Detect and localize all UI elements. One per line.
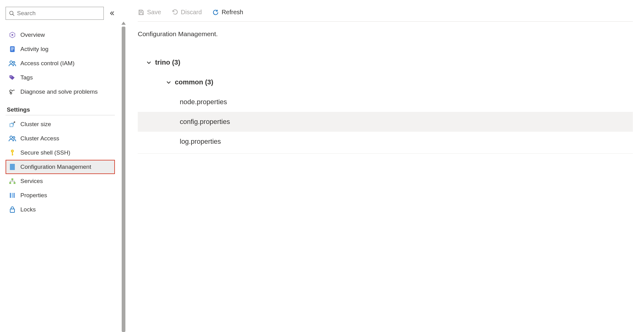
toolbar-label: Refresh [221, 9, 243, 16]
sidebar-item-properties[interactable]: Properties [6, 188, 115, 202]
sidebar-item-configuration-management[interactable]: Configuration Management [6, 160, 115, 174]
sidebar-item-diagnose[interactable]: Diagnose and solve problems [6, 85, 115, 99]
chevron-down-icon [162, 79, 175, 85]
svg-rect-5 [11, 48, 14, 48]
sidebar-scrollbar[interactable] [120, 0, 127, 332]
chevron-down-icon [143, 60, 155, 65]
sidebar-item-access-control[interactable]: Access control (IAM) [6, 56, 115, 70]
svg-rect-21 [9, 182, 11, 184]
svg-line-1 [13, 14, 14, 16]
divider [138, 153, 633, 154]
tree-file-log-properties[interactable]: log.properties [138, 132, 633, 151]
svg-point-3 [11, 34, 13, 36]
svg-point-14 [13, 137, 15, 138]
toolbar-label: Save [147, 9, 161, 16]
sidebar-item-label: Tags [20, 74, 33, 81]
collapse-sidebar-button[interactable] [109, 11, 115, 16]
sidebar-item-activity-log[interactable]: Activity log [6, 42, 115, 56]
main-content: Save Discard Refresh Configuration Manag… [127, 0, 644, 332]
sidebar-item-label: Properties [20, 192, 47, 199]
svg-point-10 [11, 76, 11, 77]
configuration-icon [9, 164, 16, 170]
svg-rect-6 [11, 49, 14, 49]
tree-file-node-properties[interactable]: node.properties [138, 92, 633, 112]
tree-node-label: common (3) [175, 78, 213, 86]
lock-icon [9, 206, 16, 213]
svg-point-11 [10, 92, 12, 94]
sidebar-section-settings: Settings [7, 106, 115, 113]
cluster-access-icon [9, 135, 16, 142]
ssh-key-icon [9, 149, 16, 156]
properties-icon [9, 192, 16, 198]
sidebar: Overview Activity log Access control (IA… [0, 0, 120, 332]
overview-icon [9, 32, 16, 38]
scrollbar-thumb[interactable] [122, 27, 125, 332]
svg-rect-19 [10, 164, 15, 170]
sidebar-item-label: Diagnose and solve problems [20, 88, 98, 95]
sidebar-item-label: Locks [20, 206, 36, 213]
tree-file-label: config.properties [180, 118, 230, 126]
save-button[interactable]: Save [138, 9, 161, 16]
refresh-button[interactable]: Refresh [212, 9, 243, 16]
sidebar-item-label: Access control (IAM) [20, 60, 74, 67]
svg-rect-24 [12, 193, 13, 198]
sidebar-item-label: Cluster Access [20, 135, 59, 142]
page-title: Configuration Management. [138, 30, 633, 38]
sidebar-item-locks[interactable]: Locks [6, 202, 115, 217]
svg-rect-18 [12, 155, 14, 155]
svg-point-9 [13, 62, 15, 63]
sidebar-nav: Overview Activity log Access control (IA… [6, 28, 115, 217]
sidebar-item-cluster-access[interactable]: Cluster Access [6, 131, 115, 146]
sidebar-item-secure-shell[interactable]: Secure shell (SSH) [6, 146, 115, 160]
svg-rect-22 [14, 182, 15, 184]
tree-node-trino[interactable]: trino (3) [138, 53, 633, 72]
tree-file-label: log.properties [180, 138, 221, 146]
discard-icon [172, 9, 179, 16]
search-icon [9, 11, 15, 16]
activity-log-icon [9, 46, 16, 53]
sidebar-item-label: Secure shell (SSH) [20, 149, 70, 156]
tree-node-label: trino (3) [155, 58, 180, 66]
svg-rect-27 [140, 10, 142, 11]
sidebar-item-label: Activity log [20, 46, 48, 53]
sidebar-item-label: Configuration Management [20, 164, 91, 170]
svg-point-8 [10, 61, 12, 63]
config-tree: trino (3) common (3) node.properties con… [138, 53, 633, 154]
services-icon [9, 178, 16, 184]
toolbar-label: Discard [181, 9, 202, 16]
tags-icon [9, 74, 16, 81]
sidebar-item-label: Overview [20, 32, 45, 38]
search-input[interactable] [17, 10, 100, 17]
cluster-size-icon [9, 121, 16, 127]
svg-point-16 [12, 151, 13, 151]
sidebar-item-label: Services [20, 178, 43, 185]
svg-rect-12 [10, 124, 13, 127]
tree-file-config-properties[interactable]: config.properties [138, 112, 633, 132]
divider [6, 115, 115, 115]
svg-rect-17 [12, 152, 13, 155]
save-icon [138, 9, 145, 16]
search-box[interactable] [6, 7, 104, 20]
diagnose-icon [9, 88, 16, 95]
scrollbar-up-arrow-icon [121, 22, 126, 25]
svg-rect-25 [14, 193, 15, 198]
sidebar-item-label: Cluster size [20, 121, 51, 128]
discard-button[interactable]: Discard [172, 9, 202, 16]
sidebar-item-cluster-size[interactable]: Cluster size [6, 117, 115, 131]
sidebar-item-services[interactable]: Services [6, 174, 115, 188]
svg-point-13 [10, 136, 12, 138]
svg-rect-28 [140, 12, 142, 14]
svg-rect-26 [10, 209, 15, 212]
svg-rect-20 [11, 178, 13, 180]
access-control-icon [9, 60, 16, 66]
tree-file-label: node.properties [180, 98, 227, 106]
svg-point-0 [10, 11, 13, 15]
sidebar-item-tags[interactable]: Tags [6, 70, 115, 85]
toolbar: Save Discard Refresh [138, 9, 633, 22]
tree-node-common[interactable]: common (3) [138, 72, 633, 92]
svg-rect-7 [11, 50, 13, 50]
refresh-icon [212, 9, 219, 16]
svg-rect-23 [10, 193, 11, 198]
sidebar-item-overview[interactable]: Overview [6, 28, 115, 42]
